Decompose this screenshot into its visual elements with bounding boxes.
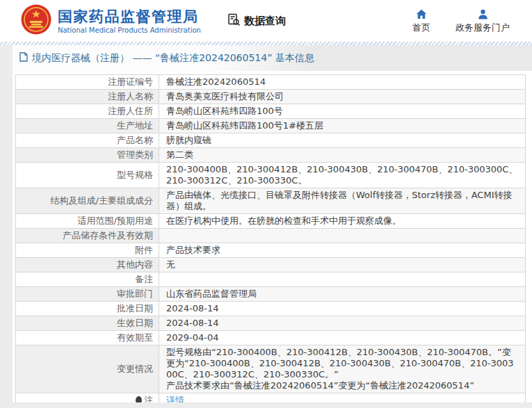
- data-query-label: 数据查询: [244, 15, 286, 28]
- row-label: 批准日期: [16, 302, 159, 316]
- logo-area: 国家药品监督管理局 National Medical Products Admi…: [21, 4, 201, 38]
- row-value: 2024-08-14: [159, 302, 526, 316]
- row-label-text: 批准日期: [117, 303, 153, 313]
- detail-link[interactable]: 详情: [166, 395, 184, 402]
- row-label: 管理类别: [16, 148, 159, 163]
- row-value: 鲁械注准20242060514: [159, 75, 526, 90]
- row-label: 注册人名称: [16, 90, 159, 104]
- row-value-line: 型号规格由“210-300400B、210-300412B、210-300430…: [166, 347, 518, 380]
- row-label-text: 管理类别: [117, 149, 153, 160]
- site-header: 国家药品监督管理局 National Medical Products Admi…: [0, 0, 532, 42]
- row-value: 膀胱内窥镜: [159, 133, 526, 148]
- table-row: 审批部门山东省药品监督管理局: [16, 287, 526, 302]
- row-label-text: 注册证编号: [108, 76, 153, 87]
- nav-home-label: 首页: [412, 22, 430, 34]
- row-label: 审批部门: [16, 287, 159, 302]
- org-name-cn: 国家药品监督管理局: [58, 8, 201, 25]
- row-value: 型号规格由“210-300400B、210-300412B、210-300430…: [159, 345, 526, 393]
- row-value: [159, 272, 526, 287]
- row-label-text: 结构及组成/主要组成成分: [51, 195, 153, 206]
- table-row: 其他内容无: [16, 258, 526, 272]
- row-label-text: 附件: [135, 245, 153, 255]
- note-icon: [136, 396, 142, 402]
- content-panel: 境内医疗器械（注册） —— “鲁械注准20242060514” 基本信息 注册证…: [13, 45, 532, 402]
- row-value: 青岛崂山区科苑纬四路100号: [159, 104, 526, 119]
- row-value: 2024-08-14: [159, 316, 526, 331]
- row-label-text: 注: [144, 395, 153, 402]
- row-label-text: 备注: [135, 274, 153, 284]
- row-label-text: 适用范围/预期用途: [78, 215, 153, 226]
- table-row: 注册人名称青岛奥美克医疗科技有限公司: [16, 90, 526, 104]
- row-label-text: 生效日期: [117, 318, 153, 328]
- table-row: 管理类别第二类: [16, 148, 526, 163]
- row-value-line: 产品技术要求由“鲁械注准20242060514”变更为“鲁械注准20242060…: [166, 380, 518, 391]
- row-label: 备注: [16, 272, 159, 287]
- row-value: 青岛崂山区科苑纬四路100号1#楼五层: [159, 119, 526, 133]
- home-icon: [416, 8, 427, 19]
- row-label-text: 注册人住所: [108, 106, 153, 116]
- table-row: 备注: [16, 272, 526, 287]
- data-query-link[interactable]: 数据查询: [227, 13, 286, 29]
- row-label-text: 产品名称: [117, 135, 153, 145]
- row-label-text: 变更情况: [117, 364, 153, 374]
- row-label: 变更情况: [16, 345, 159, 393]
- row-value: 无: [159, 258, 526, 272]
- row-value: 210-300400B、210-300412B、210-300430B、210-…: [159, 163, 526, 188]
- row-label: 型号规格: [16, 163, 159, 188]
- registration-info-table: 注册证编号鲁械注准20242060514注册人名称青岛奥美克医疗科技有限公司注册…: [15, 74, 526, 402]
- table-row: 注详情: [16, 393, 526, 403]
- table-row: 注册人住所青岛崂山区科苑纬四路100号: [16, 104, 526, 119]
- row-label: 生产地址: [16, 119, 159, 133]
- national-emblem-logo: [21, 4, 51, 38]
- row-label-text: 其他内容: [117, 259, 153, 270]
- row-label: 产品名称: [16, 133, 159, 148]
- table-row: 结构及组成/主要组成成分产品由镜体、光缆接口、目镜罩及附件转接器（Wolf转接器…: [16, 188, 526, 214]
- row-label: 有效期至: [16, 331, 159, 345]
- table-row: 适用范围/预期用途在医疗机构中使用。在膀胱的检查和手术中用于观察成像。: [16, 214, 526, 229]
- row-label-text: 有效期至: [117, 332, 153, 343]
- row-value: 产品技术要求: [159, 243, 526, 258]
- table-row: 生效日期2024-08-14: [16, 316, 526, 331]
- row-value: 2029-04-04: [159, 331, 526, 345]
- row-label: 注册证编号: [16, 75, 159, 90]
- row-label-text: 型号规格: [117, 170, 153, 180]
- table-row: 变更情况型号规格由“210-300400B、210-300412B、210-30…: [16, 345, 526, 393]
- table-row: 生产地址青岛崂山区科苑纬四路100号1#楼五层: [16, 119, 526, 133]
- row-label-text: 产品储存条件及有效期: [63, 230, 153, 240]
- org-name-en: National Medical Products Administration: [58, 26, 201, 34]
- table-row: 有效期至2029-04-04: [16, 331, 526, 345]
- data-query-icon: [227, 13, 241, 29]
- breadcrumb: 境内医疗器械（注册） —— “鲁械注准20242060514” 基本信息: [32, 52, 314, 65]
- row-value: 山东省药品监督管理局: [159, 287, 526, 302]
- nav-home[interactable]: 首页: [412, 8, 430, 34]
- table-row: 批准日期2024-08-14: [16, 302, 526, 316]
- row-value: 第二类: [159, 148, 526, 163]
- table-row: 产品名称膀胱内窥镜: [16, 133, 526, 148]
- row-label: 注: [16, 393, 159, 403]
- row-label-text: 生产地址: [117, 120, 153, 131]
- row-label: 附件: [16, 243, 159, 258]
- row-label: 注册人住所: [16, 104, 159, 119]
- nav-gov-portal[interactable]: 政务服务门户: [456, 8, 510, 34]
- table-wrap: 注册证编号鲁械注准20242060514注册人名称青岛奥美克医疗科技有限公司注册…: [15, 74, 526, 402]
- row-value: 详情: [159, 393, 526, 403]
- table-row: 产品储存条件及有效期: [16, 229, 526, 243]
- row-label: 其他内容: [16, 258, 159, 272]
- user-icon: [478, 8, 488, 19]
- row-value: [159, 229, 526, 243]
- row-label-text: 审批部门: [117, 288, 153, 299]
- row-label: 生效日期: [16, 316, 159, 331]
- row-value: 在医疗机构中使用。在膀胱的检查和手术中用于观察成像。: [159, 214, 526, 229]
- org-title-block: 国家药品监督管理局 National Medical Products Admi…: [58, 8, 201, 34]
- top-nav: 首页 政务服务门户: [412, 8, 514, 34]
- row-label: 适用范围/预期用途: [16, 214, 159, 229]
- row-label-text: 注册人名称: [108, 91, 153, 101]
- table-row: 附件产品技术要求: [16, 243, 526, 258]
- row-value: 产品由镜体、光缆接口、目镜罩及附件转接器（Wolf转接器，Storz转接器，AC…: [159, 188, 526, 214]
- nav-gov-portal-label: 政务服务门户: [456, 22, 510, 34]
- table-row: 型号规格210-300400B、210-300412B、210-300430B、…: [16, 163, 526, 188]
- row-label: 结构及组成/主要组成成分: [16, 188, 159, 214]
- row-value: 青岛奥美克医疗科技有限公司: [159, 90, 526, 104]
- document-icon: [19, 52, 28, 64]
- table-row: 注册证编号鲁械注准20242060514: [16, 75, 526, 90]
